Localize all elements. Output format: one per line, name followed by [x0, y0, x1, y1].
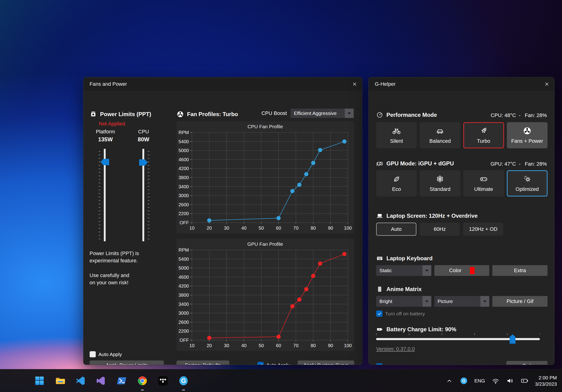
platform-power-slider[interactable] — [95, 149, 114, 242]
curve-point[interactable] — [290, 304, 294, 308]
platform-column: Platform 135W — [88, 129, 123, 143]
slider-ticks — [148, 151, 149, 239]
slider-thumb[interactable] — [101, 159, 109, 165]
curve-point[interactable] — [304, 172, 308, 176]
gpu-fan-profile-chart[interactable]: GPU Fan Profile102030405060708090100OFF2… — [176, 239, 354, 351]
auto-apply-checkbox[interactable] — [90, 351, 96, 358]
quit-button[interactable]: Quit — [506, 361, 548, 365]
fans-window-titlebar[interactable]: Fans and Power — [83, 77, 362, 91]
turn-off-on-battery-checkbox[interactable] — [376, 311, 383, 317]
battery-charging-icon[interactable] — [521, 377, 528, 385]
close-icon[interactable] — [350, 79, 360, 89]
fans-window-body: Power Limits (PPT) Not Applied Platform … — [83, 91, 362, 365]
power-limits-auto-apply[interactable]: Auto Apply — [90, 351, 122, 358]
chevron-down-icon[interactable] — [422, 265, 431, 276]
ghelper-body: Performance Mode CPU: 48°C - Fan: 28% Si… — [369, 91, 554, 365]
svg-text:50: 50 — [258, 343, 264, 348]
run-on-startup-checkbox[interactable] — [376, 363, 383, 365]
battery-charge-limit-header: Battery Charge Limit: 90% — [376, 326, 456, 333]
battery-charge-limit-title: Battery Charge Limit: 90% — [386, 326, 456, 333]
taskbar-file-explorer-icon[interactable] — [53, 374, 67, 388]
svg-text:60: 60 — [276, 343, 281, 348]
gpu-mode-button-optimized[interactable]: Optimized — [507, 170, 548, 196]
taskbar-windows-start-icon[interactable] — [33, 374, 46, 388]
car-icon — [435, 126, 445, 135]
curve-point[interactable] — [318, 261, 322, 266]
language-indicator[interactable]: ENG — [474, 378, 485, 384]
curve-point[interactable] — [311, 161, 315, 165]
close-icon[interactable] — [542, 79, 552, 89]
anime-mode-dropdown[interactable]: Picture — [434, 296, 490, 307]
gpu-mode-button-standard[interactable]: Standard — [420, 170, 460, 196]
svg-text:20: 20 — [207, 225, 212, 231]
taskbar-powershell-icon[interactable] — [115, 374, 129, 388]
auto-apply-checkbox[interactable] — [258, 362, 264, 365]
apply-power-limits-button[interactable]: Apply Power Limits — [90, 360, 164, 365]
curve-point[interactable] — [290, 189, 294, 193]
performance-mode-button-balanced[interactable]: Balanced — [420, 122, 460, 148]
chevron-down-icon[interactable] — [422, 296, 431, 307]
svg-text:OFF: OFF — [179, 337, 189, 343]
slider-thumb[interactable] — [139, 159, 148, 166]
curve-point[interactable] — [207, 336, 211, 340]
battery-slider-thumb[interactable] — [510, 334, 515, 344]
taskbar-visual-studio-icon[interactable] — [94, 374, 108, 388]
fan-curve-auto-apply[interactable]: Auto Apply — [258, 362, 290, 365]
taskbar-vscode-icon[interactable] — [74, 374, 87, 388]
fan-icon — [176, 111, 184, 118]
curve-point[interactable] — [277, 335, 281, 339]
apply-custom-curve-button[interactable]: Apply Custom Curve — [298, 360, 354, 365]
cpu-boost-dropdown[interactable]: Efficient Aggressive — [291, 109, 354, 118]
keyboard-extra-button[interactable]: Extra — [492, 265, 548, 276]
curve-point[interactable] — [311, 274, 315, 278]
gpu-mode-button-label: Eco — [392, 186, 401, 192]
ghelper-titlebar[interactable]: G-Helper — [369, 77, 554, 91]
taskbar-ghelper-icon[interactable]: G — [177, 374, 190, 388]
gpu-mode-button-eco[interactable]: Eco — [376, 170, 417, 196]
run-on-startup-row[interactable]: Run on Startup — [376, 363, 418, 365]
turn-off-on-battery-row[interactable]: Turn off on battery — [376, 311, 425, 317]
ghelper-tray-icon[interactable]: G — [460, 377, 468, 385]
gamepad-icon — [479, 175, 488, 183]
chevron-down-icon[interactable] — [345, 109, 354, 118]
performance-mode-button-label: Silent — [390, 138, 403, 144]
curve-point[interactable] — [342, 139, 346, 144]
fan-curve-plot[interactable]: CPU Fan Profile102030405060708090100OFF2… — [176, 121, 354, 233]
curve-point[interactable] — [297, 297, 302, 302]
performance-mode-button-silent[interactable]: Silent — [376, 122, 417, 148]
chevron-up-icon[interactable] — [445, 377, 453, 385]
desktop: { "fans_window": { "title": "Fans and Po… — [0, 0, 562, 392]
performance-mode-button-fans-power[interactable]: Fans + Power — [507, 122, 548, 148]
volume-icon[interactable] — [506, 377, 514, 385]
curve-point[interactable] — [207, 218, 211, 222]
picture-gif-button[interactable]: Picture / Gif — [492, 296, 548, 307]
taskbar-tidal-icon[interactable] — [156, 374, 170, 388]
power-limits-note-1: Power Limits (PPT) is experimental featu… — [90, 250, 139, 264]
chevron-down-icon[interactable] — [480, 296, 489, 307]
wifi-icon[interactable] — [492, 377, 500, 385]
curve-point[interactable] — [277, 216, 281, 220]
version-link[interactable]: Version: 0.37.0.0 — [376, 346, 415, 352]
cpu-power-slider[interactable] — [134, 149, 153, 242]
anime-brightness-dropdown[interactable]: Bright — [376, 296, 431, 307]
gpu-mode-button-ultimate[interactable]: Ultimate — [463, 170, 504, 196]
performance-mode-button-turbo[interactable]: Turbo — [463, 122, 504, 148]
screen-mode-button-120hz-od[interactable]: 120Hz + OD — [463, 223, 503, 236]
screen-mode-button-auto[interactable]: Auto — [376, 223, 416, 236]
curve-point[interactable] — [342, 252, 346, 256]
picture-gif-label: Picture / Gif — [507, 298, 533, 304]
keyboard-color-button[interactable]: Color — [434, 265, 490, 276]
keyboard-mode-dropdown[interactable]: Static — [376, 265, 431, 276]
curve-point[interactable] — [318, 148, 322, 152]
curve-point[interactable] — [297, 183, 302, 187]
clock[interactable]: 2:00 PM3/23/2023 — [535, 374, 557, 387]
factory-defaults-button[interactable]: Factory Defaults — [176, 360, 229, 365]
cpu-fan-profile-chart[interactable]: CPU Fan Profile102030405060708090100OFF2… — [176, 121, 354, 233]
taskbar-chrome-icon[interactable] — [136, 374, 149, 388]
svg-text:5400: 5400 — [179, 139, 189, 144]
fans-window-title: Fans and Power — [90, 81, 127, 87]
fan-curve-plot[interactable]: GPU Fan Profile102030405060708090100OFF2… — [176, 239, 354, 351]
curve-point[interactable] — [304, 287, 308, 291]
gauge-icon — [376, 112, 383, 118]
screen-mode-button-60hz[interactable]: 60Hz — [420, 223, 460, 236]
